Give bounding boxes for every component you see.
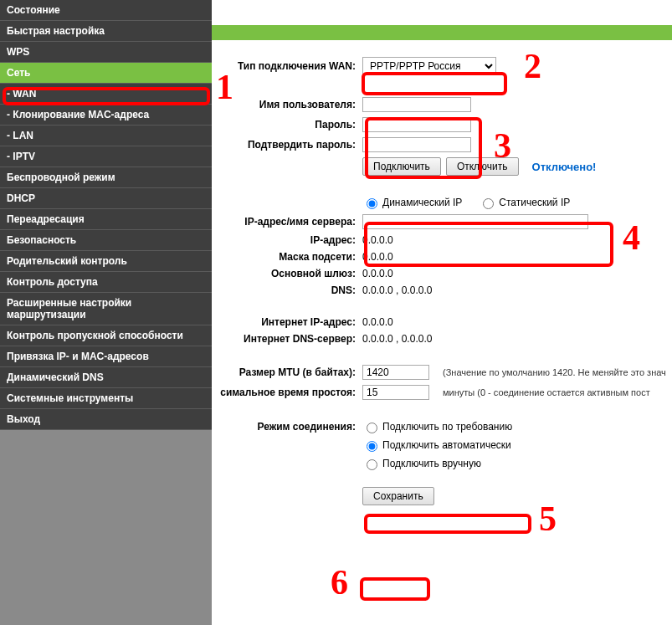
sidebar-item-1[interactable]: Быстрая настройка [0, 21, 212, 42]
main-panel: Тип подключения WAN: PPTP/PPTP Россия Им… [212, 0, 672, 625]
radio-auto[interactable]: Подключить автоматически [362, 438, 511, 452]
label-conn-mode: Режим соединения: [212, 421, 362, 433]
label-wan-type: Тип подключения WAN: [212, 60, 362, 72]
radio-dynamic-ip[interactable]: Динамический IP [362, 196, 462, 209]
sidebar-item-18[interactable]: Системные инструменты [0, 388, 212, 409]
confirm-password-input[interactable] [362, 137, 471, 152]
label-dns: DNS: [212, 284, 362, 296]
sidebar-item-6[interactable]: - LAN [0, 126, 212, 146]
value-inet-dns: 0.0.0.0 , 0.0.0.0 [362, 333, 432, 345]
sidebar-item-10[interactable]: Переадресация [0, 209, 212, 230]
radio-static-ip[interactable]: Статический IP [479, 196, 570, 209]
value-ip: 0.0.0.0 [362, 234, 393, 246]
sidebar-item-8[interactable]: Беспроводной режим [0, 167, 212, 188]
label-mask: Маска подсети: [212, 251, 362, 263]
wan-form: Тип подключения WAN: PPTP/PPTP Россия Им… [212, 40, 672, 505]
label-ip: IP-адрес: [212, 234, 362, 246]
note-idle: минуты (0 - соединение остается активным… [443, 387, 650, 397]
idle-input[interactable] [362, 385, 429, 400]
label-confirm-password: Подтвердить пароль: [212, 139, 362, 151]
sidebar-item-9[interactable]: DHCP [0, 188, 212, 209]
wan-type-select[interactable]: PPTP/PPTP Россия [362, 57, 496, 75]
value-mask: 0.0.0.0 [362, 251, 393, 263]
label-username: Имя пользователя: [212, 99, 362, 110]
sidebar-item-19[interactable]: Выход [0, 409, 212, 430]
sidebar-item-5[interactable]: - Клонирование MAC-адреса [0, 105, 212, 126]
label-server: IP-адрес/имя сервера: [212, 216, 362, 228]
username-input[interactable] [362, 97, 471, 112]
password-input[interactable] [362, 117, 471, 132]
connect-button[interactable]: Подключить [362, 157, 441, 176]
sidebar-item-7[interactable]: - IPTV [0, 146, 212, 167]
mtu-input[interactable] [362, 365, 429, 380]
sidebar-item-0[interactable]: Состояние [0, 0, 212, 21]
radio-manual[interactable]: Подключить вручную [362, 457, 481, 470]
label-inet-ip: Интернет IP-адрес: [212, 316, 362, 328]
connection-status: Отключено! [532, 161, 597, 173]
sidebar-item-13[interactable]: Контроль доступа [0, 272, 212, 293]
sidebar-item-14[interactable]: Расширенные настройки маршрутизации [0, 293, 212, 325]
value-inet-ip: 0.0.0.0 [362, 316, 393, 328]
value-dns: 0.0.0.0 , 0.0.0.0 [362, 284, 432, 296]
sidebar-item-12[interactable]: Родительский контроль [0, 251, 212, 272]
disconnect-button[interactable]: Отключить [446, 157, 519, 176]
value-gateway: 0.0.0.0 [362, 268, 393, 279]
title-bar [212, 25, 672, 40]
label-idle: симальное время простоя: [212, 387, 362, 398]
sidebar-item-15[interactable]: Контроль пропускной способности [0, 325, 212, 346]
label-gateway: Основной шлюз: [212, 268, 362, 279]
sidebar-item-17[interactable]: Динамический DNS [0, 367, 212, 388]
label-inet-dns: Интернет DNS-сервер: [212, 333, 362, 345]
label-password: Пароль: [212, 119, 362, 131]
note-mtu: (Значение по умолчанию 1420. Не меняйте … [443, 367, 666, 377]
radio-on-demand[interactable]: Подключить по требованию [362, 420, 512, 433]
ip-mode-group: Динамический IP Статический IP [362, 196, 597, 209]
save-button[interactable]: Сохранить [362, 487, 434, 505]
sidebar-item-11[interactable]: Безопасность [0, 230, 212, 251]
sidebar-item-16[interactable]: Привязка IP- и MAC-адресов [0, 346, 212, 367]
server-input[interactable] [362, 214, 588, 229]
label-mtu: Размер MTU (в байтах): [212, 366, 362, 378]
sidebar-item-4[interactable]: - WAN [0, 84, 212, 105]
sidebar: СостояниеБыстрая настройкаWPSСеть- WAN- … [0, 0, 212, 625]
sidebar-item-3[interactable]: Сеть [0, 63, 212, 84]
sidebar-item-2[interactable]: WPS [0, 42, 212, 63]
